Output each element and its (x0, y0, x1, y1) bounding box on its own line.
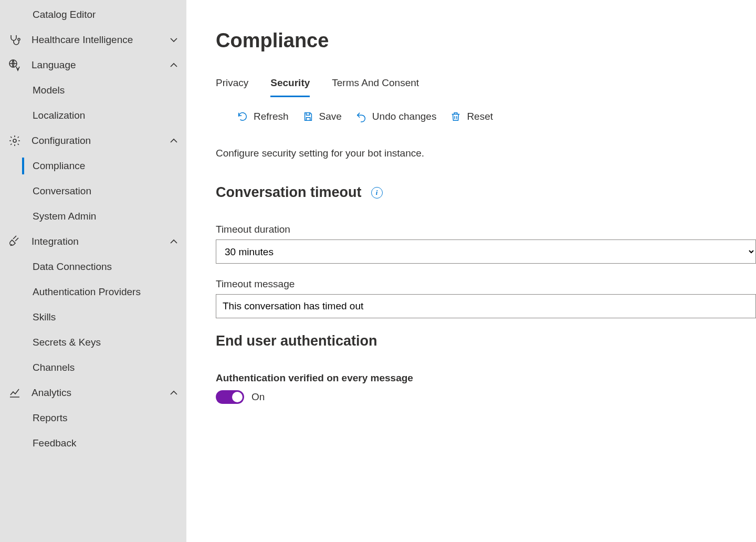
save-icon (302, 111, 314, 122)
command-label: Refresh (254, 111, 289, 122)
section-heading-conversation-timeout: Conversation timeout i (216, 184, 756, 201)
sidebar: Catalog Editor Healthcare Intelligence L… (0, 0, 186, 542)
info-icon[interactable]: i (371, 187, 383, 199)
sidebar-item-label: Catalog Editor (33, 9, 96, 20)
toggle-knob (232, 392, 243, 402)
refresh-button[interactable]: Refresh (237, 111, 289, 122)
sidebar-item-catalog-editor[interactable]: Catalog Editor (0, 2, 186, 27)
sidebar-item-label: Skills (33, 311, 56, 323)
chart-icon (8, 387, 21, 399)
command-label: Undo changes (372, 111, 437, 122)
sidebar-group-healthcare-intelligence[interactable]: Healthcare Intelligence (0, 27, 186, 53)
timeout-message-input[interactable] (216, 294, 756, 318)
chevron-up-icon (167, 134, 180, 147)
sidebar-item-label: Feedback (33, 437, 76, 449)
main-content: Compliance Privacy Security Terms And Co… (186, 0, 756, 542)
sidebar-item-feedback[interactable]: Feedback (0, 431, 186, 456)
sidebar-item-compliance[interactable]: Compliance (0, 153, 186, 179)
sidebar-item-authentication-providers[interactable]: Authentication Providers (0, 279, 186, 305)
plug-icon (8, 235, 21, 248)
field-label: Timeout duration (216, 224, 756, 235)
sidebar-item-label: Conversation (33, 185, 91, 197)
sidebar-group-configuration[interactable]: Configuration (0, 128, 186, 153)
command-bar: Refresh Save Undo changes Reset (216, 111, 756, 122)
toggle-auth-every-message[interactable] (216, 390, 244, 404)
tab-terms-and-consent[interactable]: Terms And Consent (332, 77, 419, 96)
sidebar-item-label: Language (32, 59, 167, 71)
chevron-up-icon (167, 387, 180, 399)
globe-language-icon (8, 59, 21, 71)
undo-icon (355, 111, 367, 122)
sidebar-item-system-admin[interactable]: System Admin (0, 204, 186, 229)
sidebar-item-conversation[interactable]: Conversation (0, 179, 186, 204)
sidebar-item-data-connections[interactable]: Data Connections (0, 254, 186, 279)
sidebar-item-label: System Admin (33, 211, 96, 222)
field-label: Timeout message (216, 278, 756, 290)
sidebar-item-label: Authentication Providers (33, 286, 141, 298)
toggle-auth-every-message-row: On (216, 390, 756, 404)
page-title: Compliance (216, 29, 756, 52)
command-label: Save (319, 111, 342, 122)
sidebar-item-label: Reports (33, 412, 68, 424)
sidebar-group-analytics[interactable]: Analytics (0, 380, 186, 405)
sidebar-item-label: Secrets & Keys (33, 337, 101, 348)
undo-button[interactable]: Undo changes (355, 111, 437, 122)
toggle-label-auth-every-message: Authentication verified on every message (216, 372, 756, 384)
chevron-up-icon (167, 235, 180, 248)
reset-button[interactable]: Reset (450, 111, 493, 122)
gear-icon (8, 134, 21, 147)
sidebar-item-label: Compliance (33, 160, 85, 172)
refresh-icon (237, 111, 248, 122)
stethoscope-icon (8, 34, 21, 46)
tab-security[interactable]: Security (270, 77, 310, 96)
chevron-down-icon (167, 34, 180, 46)
toggle-state-label: On (251, 391, 265, 403)
sidebar-item-label: Healthcare Intelligence (32, 34, 167, 46)
save-button[interactable]: Save (302, 111, 342, 122)
page-description: Configure security setting for your bot … (216, 148, 756, 159)
sidebar-group-integration[interactable]: Integration (0, 229, 186, 254)
sidebar-item-label: Models (33, 85, 65, 96)
sidebar-group-language[interactable]: Language (0, 53, 186, 78)
timeout-duration-select[interactable]: 30 minutes (216, 239, 756, 264)
svg-point-2 (13, 139, 16, 142)
sidebar-item-channels[interactable]: Channels (0, 355, 186, 380)
sidebar-item-label: Analytics (32, 387, 167, 399)
chevron-up-icon (167, 59, 180, 71)
sidebar-item-localization[interactable]: Localization (0, 103, 186, 128)
sidebar-item-models[interactable]: Models (0, 78, 186, 103)
sidebar-item-label: Data Connections (33, 261, 112, 273)
tab-privacy[interactable]: Privacy (216, 77, 248, 96)
trash-icon (450, 111, 461, 122)
svg-point-0 (18, 38, 20, 40)
tabs: Privacy Security Terms And Consent (216, 77, 756, 96)
sidebar-item-label: Channels (33, 362, 75, 373)
sidebar-item-secrets-keys[interactable]: Secrets & Keys (0, 330, 186, 355)
field-timeout-duration: Timeout duration 30 minutes (216, 224, 756, 264)
sidebar-item-label: Localization (33, 110, 85, 121)
section-heading-end-user-authentication: End user authentication (216, 333, 756, 349)
sidebar-item-skills[interactable]: Skills (0, 305, 186, 330)
field-timeout-message: Timeout message (216, 278, 756, 318)
sidebar-item-label: Integration (32, 236, 167, 247)
sidebar-item-label: Configuration (32, 135, 167, 147)
sidebar-item-reports[interactable]: Reports (0, 405, 186, 431)
command-label: Reset (467, 111, 493, 122)
